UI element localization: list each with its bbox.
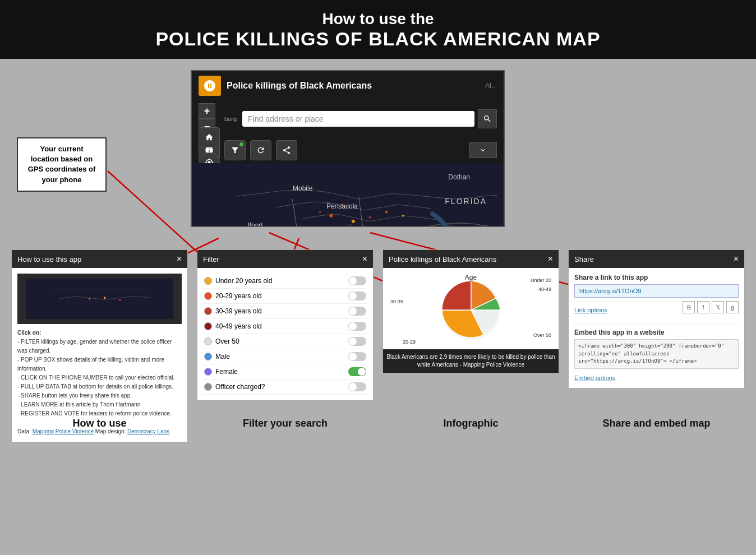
svg-point-15 [89,298,91,300]
map-label-dothan: Dothan [448,173,470,181]
filter-item-7: Officer charged? [203,380,367,395]
filter-button[interactable] [224,140,246,160]
filter-label-7: Officer charged? [215,383,265,391]
share-panel: Share × Share a link to this app https:/… [568,249,745,388]
filter-item-5: Male [203,349,367,364]
embed-title: Embed this app in a website [574,329,739,336]
filter-item-left-5: Male [204,353,230,360]
filter-label-5: Male [215,353,230,360]
filter-item-1: 20-29 years old [203,289,367,304]
share-panel-header: Share × [569,250,744,268]
map-body: Dothan FLORIDA Mobile Pensacola MS lfpor… [192,163,504,227]
filter-toggle-5[interactable] [348,352,366,361]
filter-body: Under 20 years old 20-29 years old 30-39… [197,268,373,400]
filter-item-0: Under 20 years old [203,274,367,289]
filter-toggle-2[interactable] [348,307,366,316]
filter-panel-title: Filter [203,255,219,263]
filter-toggle-6[interactable] [348,367,366,376]
svg-point-1 [329,214,333,218]
bottom-label-2: Infographic [382,418,559,429]
map-logo [199,76,221,96]
copy-icon[interactable]: ⎘ [683,301,695,313]
page-header: How to use the POLICE KILLINGS OF BLACK … [0,0,756,59]
svg-point-5 [402,215,404,217]
bottom-label-1: Filter your search [197,418,374,429]
filter-label-1: 20-29 years old [215,292,262,300]
filter-item-left-1: 20-29 years old [204,292,262,300]
share-close-button[interactable]: × [734,254,739,264]
header-line1: How to use the [11,10,745,28]
filter-dot-5 [204,353,212,360]
search-button[interactable] [478,109,497,128]
filter-item-left-7: Officer charged? [204,383,265,391]
svg-point-4 [385,210,388,213]
infographic-panel-header: Police killings of Black Americans × [383,250,559,268]
link-options-link[interactable]: Link options [574,307,607,313]
filter-label-6: Female [215,368,238,376]
map-label-ifport: lfport [248,221,263,227]
filter-toggle-4[interactable] [348,337,366,346]
home-button[interactable] [199,127,220,147]
gps-callout-text: Your current location based on GPS coord… [28,145,96,184]
how-to-panel-title: How to use this app [17,255,81,263]
filter-dot-3 [204,322,212,330]
filter-toggle-1[interactable] [348,292,366,300]
filter-dot-0 [204,277,212,285]
svg-rect-14 [49,279,150,319]
filter-panel-header: Filter × [197,250,373,268]
filter-panel: Filter × Under 20 years old 20-29 years … [197,249,374,401]
social-icons: ⎘ f 𝕏 g [683,301,739,313]
legend-20-29: 20-29 [403,339,416,345]
filter-label-2: 30-39 years old [215,307,262,315]
filter-toggle-7[interactable] [348,382,366,391]
filter-item-6: Female [203,364,367,380]
chart-title: Age [465,274,477,281]
infographic-close-button[interactable]: × [548,254,553,264]
refresh-button[interactable] [250,140,271,160]
filter-item-left-0: Under 20 years old [204,277,272,285]
how-to-map-thumbnail [17,274,182,324]
search-prefix: burg [222,115,239,122]
filter-dot-1 [204,292,212,300]
filter-dot-6 [204,368,212,376]
share-panel-title: Share [574,255,594,263]
map-label-pensacola: Pensacola [326,202,358,210]
filter-label-3: 40-49 years old [215,322,262,330]
bottom-label-0: How to use [11,418,188,429]
legend-30-39: 30-39 [390,299,403,304]
google-icon[interactable]: g [726,301,739,313]
filter-toggle-3[interactable] [348,322,366,331]
svg-point-3 [369,216,371,219]
share-button[interactable] [276,140,297,160]
filter-toggle-0[interactable] [348,276,366,285]
twitter-icon[interactable]: 𝕏 [712,301,724,313]
filter-item-left-2: 30-39 years old [204,307,262,315]
infographic-panel-title: Police killings of Black Americans [389,255,496,263]
filter-item-left-4: Over 50 [204,337,239,345]
collapse-btn[interactable] [469,142,497,158]
map-title: Police killings of Black Americans [227,81,480,91]
filter-dot-2 [204,307,212,315]
map-label-florida: FLORIDA [445,197,487,206]
search-box[interactable]: Find address or place [242,111,474,127]
bottom-labels: How to use Filter your search Infographi… [11,418,745,429]
legend-under20: Under 20 [531,278,551,283]
filter-dot-4 [204,337,212,345]
filter-label-0: Under 20 years old [215,277,272,285]
facebook-icon[interactable]: f [697,301,709,313]
share-url[interactable]: https://arcg.is/1TOnO9 [574,284,739,298]
filter-item-left-3: 40-49 years old [204,322,262,330]
stat-banner: Black Americans are 2.9 times more likel… [383,349,559,373]
how-to-panel: How to use this app × [11,249,188,442]
svg-point-16 [104,297,106,299]
legend-over50: Over 50 [533,332,551,338]
how-to-close-button[interactable]: × [177,254,182,264]
embed-code: <iframe width="300" height="200" framebo… [574,339,739,369]
infographic-panel: Police killings of Black Americans × Age [382,249,559,373]
filter-label-4: Over 50 [215,337,239,345]
legend-40-49: 40-49 [538,286,551,292]
filter-item-4: Over 50 [203,334,367,349]
embed-options-link[interactable]: Embed options [574,374,615,381]
zoom-in-button[interactable]: + [199,103,215,119]
filter-close-button[interactable]: × [362,254,367,264]
